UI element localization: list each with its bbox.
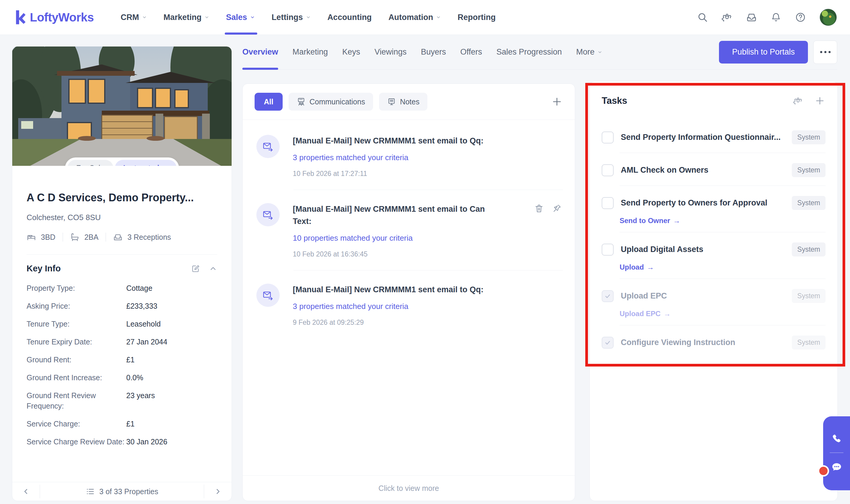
chevron-down-icon	[597, 50, 602, 55]
feed-item[interactable]: [Manual E-Mail] New CRMMMM1 sent email t…	[255, 190, 563, 270]
notes-icon	[387, 97, 396, 106]
tab-sales-progression[interactable]: Sales Progression	[489, 35, 569, 70]
key-info-row: Tenure Expiry Date:27 Jan 2044	[27, 337, 217, 347]
feed-item-title: [Manual E-Mail] New CRMMMM1 sent email t…	[293, 135, 484, 147]
feed-item-link[interactable]: 3 properties matched your criteria	[293, 302, 484, 311]
task-action-link[interactable]: Upload EPC	[620, 309, 671, 318]
property-summary-card: For Sale Instructed A C D Services, Demo…	[12, 46, 232, 501]
task-action-link[interactable]: Send to Owner	[620, 217, 680, 225]
chevron-down-icon	[250, 15, 255, 20]
brand-logo[interactable]: LoftyWorks	[14, 10, 94, 25]
feed-item[interactable]: [Manual E-Mail] New CRMMMM1 sent email t…	[255, 122, 563, 190]
tab-more[interactable]: More	[569, 35, 609, 70]
task-source-badge: System	[792, 163, 826, 177]
task-checkbox-checked[interactable]	[602, 337, 613, 349]
property-title: A C D Services, Demo Property...	[27, 192, 217, 204]
task-checkbox-checked[interactable]	[602, 290, 613, 302]
bathrooms-value: 2BA	[85, 233, 99, 241]
property-list-button[interactable]: 3 of 33 Properties	[40, 482, 204, 501]
nav-item-sales[interactable]: Sales	[218, 0, 263, 35]
user-avatar[interactable]	[819, 8, 837, 26]
next-property-button[interactable]	[204, 482, 231, 501]
task-action-link[interactable]: Upload	[620, 263, 654, 271]
key-info-row: Ground Rent:£1	[27, 355, 217, 365]
tab-keys[interactable]: Keys	[335, 35, 367, 70]
feed-item-title: [Manual E-Mail] New CRMMMM1 sent email t…	[293, 284, 484, 296]
more-actions-button[interactable]	[813, 40, 837, 64]
divider	[106, 233, 106, 241]
help-icon[interactable]	[795, 12, 806, 23]
feed-item-timestamp: 10 Feb 2026 at 17:27:11	[293, 170, 484, 178]
tasks-title: Tasks	[602, 95, 627, 106]
task-source-badge: System	[792, 289, 826, 303]
nav-item-automation[interactable]: Automation	[380, 0, 449, 35]
search-icon[interactable]	[697, 12, 708, 23]
edit-icon[interactable]	[191, 264, 201, 273]
filter-notes[interactable]: Notes	[379, 93, 428, 111]
notifications-bell-icon[interactable]	[770, 12, 781, 23]
tasks-panel: Tasks Send Property Information Question…	[589, 81, 838, 501]
brand-name: LoftyWorks	[30, 11, 94, 24]
pager-label: 3 of 33 Properties	[99, 487, 158, 496]
tab-buyers[interactable]: Buyers	[414, 35, 453, 70]
tab-overview[interactable]: Overview	[242, 35, 285, 70]
property-photo[interactable]: For Sale Instructed	[12, 47, 231, 166]
receptions-value: 3 Receptions	[127, 233, 171, 241]
tasks-settings-gear-icon[interactable]	[793, 96, 803, 106]
task-source-badge: System	[792, 130, 826, 144]
divider	[63, 233, 63, 241]
chevron-down-icon	[436, 15, 441, 20]
filter-communications[interactable]: Communications	[289, 93, 373, 111]
settings-gear-icon[interactable]	[722, 12, 732, 23]
inbox-icon[interactable]	[746, 12, 757, 23]
key-info-row: Service Charge:£1	[27, 419, 217, 429]
previous-property-button[interactable]	[12, 482, 40, 501]
instructed-status-dropdown[interactable]: Instructed	[115, 160, 177, 166]
nav-item-marketing[interactable]: Marketing	[155, 0, 218, 35]
feed-list: [Manual E-Mail] New CRMMMM1 sent email t…	[243, 120, 575, 339]
property-address: Colchester, CO5 8SU	[27, 213, 217, 222]
tab-offers[interactable]: Offers	[453, 35, 489, 70]
task-source-badge: System	[792, 196, 826, 210]
email-sent-icon	[256, 203, 280, 226]
email-sent-icon	[256, 284, 280, 307]
loftyworks-logo-icon	[14, 10, 27, 25]
task-checkbox[interactable]	[602, 131, 613, 143]
list-icon	[86, 487, 94, 496]
add-activity-plus-icon[interactable]	[551, 96, 563, 108]
status-badges: For Sale Instructed	[65, 158, 179, 166]
phone-icon[interactable]	[831, 433, 842, 445]
task-checkbox[interactable]	[602, 197, 613, 209]
feed-item[interactable]: [Manual E-Mail] New CRMMMM1 sent email t…	[255, 270, 563, 339]
chevron-down-icon	[205, 15, 209, 20]
feed-item-link[interactable]: 3 properties matched your criteria	[293, 153, 484, 162]
add-task-plus-icon[interactable]	[814, 95, 826, 106]
task-checkbox[interactable]	[602, 164, 613, 176]
view-more-button[interactable]: Click to view more	[243, 475, 575, 501]
key-info-title: Key Info	[27, 264, 60, 273]
publish-to-portals-button[interactable]: Publish to Portals	[719, 41, 808, 64]
task-label: Upload Digital Assets	[621, 245, 785, 254]
property-tabs-row: Overview Marketing Keys Viewings Buyers …	[242, 35, 837, 70]
nav-item-reporting[interactable]: Reporting	[449, 0, 504, 35]
chat-bubble-icon[interactable]	[830, 461, 843, 473]
tab-viewings[interactable]: Viewings	[367, 35, 414, 70]
task-checkbox[interactable]	[602, 244, 613, 256]
task-list: Send Property Information Questionnair..…	[602, 120, 826, 358]
nav-item-accounting[interactable]: Accounting	[319, 0, 380, 35]
collapse-chevron-up-icon[interactable]	[209, 265, 217, 273]
key-info-row: Service Charge Review Date:30 Jan 2026	[27, 437, 217, 447]
bed-icon	[27, 232, 36, 242]
task-item: Upload Digital Assets System Upload	[602, 232, 826, 278]
feed-item-actions	[534, 204, 562, 213]
key-info-list: Property Type:Cottage Asking Price:£233,…	[27, 283, 217, 447]
communications-icon	[297, 97, 306, 106]
pin-icon[interactable]	[552, 204, 562, 213]
feed-item-link[interactable]: 10 properties matched your criteria	[293, 234, 502, 243]
filter-all[interactable]: All	[255, 93, 283, 111]
nav-item-crm[interactable]: CRM	[112, 0, 155, 35]
task-label: Send Property Information Questionnair..…	[621, 133, 785, 142]
delete-trash-icon[interactable]	[534, 204, 544, 213]
nav-item-lettings[interactable]: Lettings	[263, 0, 319, 35]
tab-marketing[interactable]: Marketing	[285, 35, 335, 70]
